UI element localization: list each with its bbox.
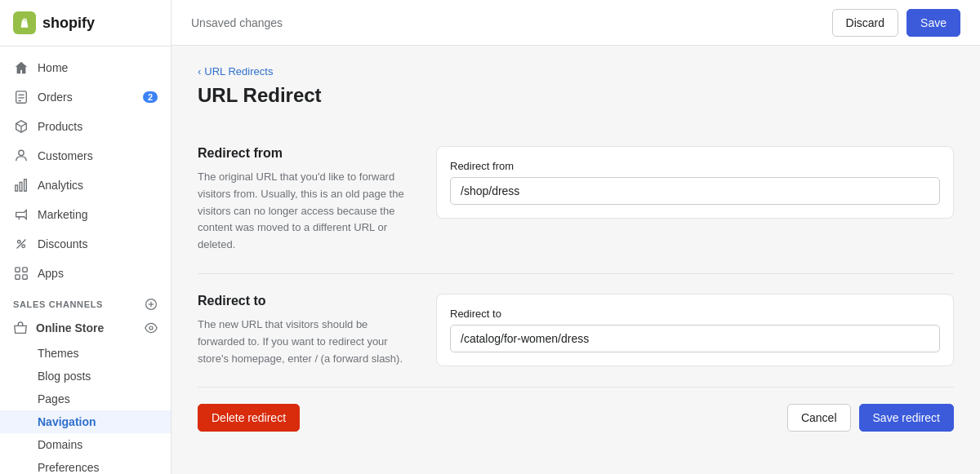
shopify-logo-icon	[13, 11, 36, 34]
svg-point-22	[149, 326, 153, 330]
redirect-from-right: Redirect from	[436, 146, 954, 254]
sidebar-item-products[interactable]: Products	[0, 112, 171, 141]
sales-channels-section: SALES CHANNELS	[0, 288, 171, 314]
marketing-icon	[13, 206, 29, 223]
svg-rect-8	[16, 185, 18, 191]
svg-rect-16	[23, 268, 27, 272]
sidebar-subitem-themes[interactable]: Themes	[0, 342, 171, 365]
sidebar-subitem-preferences[interactable]: Preferences	[0, 456, 171, 474]
main-content: Unsaved changes Discard Save ‹ URL Redir…	[172, 0, 980, 474]
navigation-label: Navigation	[38, 415, 96, 428]
redirect-to-left: Redirect to The new URL that visitors sh…	[198, 294, 410, 367]
cancel-button[interactable]: Cancel	[787, 404, 851, 432]
breadcrumb-label: URL Redirects	[204, 65, 273, 78]
redirect-to-input[interactable]	[450, 325, 940, 352]
redirect-from-field-label: Redirect from	[450, 160, 940, 172]
redirect-from-section: Redirect from The original URL that you'…	[198, 126, 954, 274]
redirect-from-description: The original URL that you'd like to forw…	[198, 169, 410, 254]
sidebar-subitem-pages[interactable]: Pages	[0, 388, 171, 410]
svg-line-6	[21, 123, 26, 126]
footer-right-actions: Cancel Save redirect	[787, 404, 954, 432]
chevron-left-icon: ‹	[198, 65, 201, 78]
redirect-to-card: Redirect to	[436, 294, 954, 366]
discard-button[interactable]: Discard	[832, 9, 898, 37]
save-button[interactable]: Save	[906, 9, 960, 37]
svg-rect-15	[16, 268, 20, 272]
analytics-icon	[13, 177, 29, 193]
sidebar-item-orders[interactable]: Orders 2	[0, 82, 171, 112]
customers-icon	[13, 148, 29, 164]
sidebar-customers-label: Customers	[38, 149, 93, 162]
redirect-to-field-label: Redirect to	[450, 308, 940, 320]
apps-icon	[13, 265, 29, 281]
sidebar-logo[interactable]: shopify	[0, 0, 171, 47]
page-title: URL Redirect	[198, 84, 954, 107]
redirect-to-title: Redirect to	[198, 294, 410, 308]
save-redirect-button[interactable]: Save redirect	[859, 404, 954, 432]
sidebar-item-marketing[interactable]: Marketing	[0, 200, 171, 229]
unsaved-changes-text: Unsaved changes	[191, 16, 283, 29]
products-icon	[13, 118, 29, 135]
sidebar-item-analytics[interactable]: Analytics	[0, 171, 171, 200]
sidebar-item-discounts[interactable]: Discounts	[0, 229, 171, 259]
shopify-brand-text: shopify	[42, 15, 95, 32]
top-bar: Unsaved changes Discard Save	[172, 0, 980, 46]
eye-icon[interactable]	[145, 321, 158, 334]
sidebar-orders-label: Orders	[38, 91, 73, 104]
sidebar-subitem-blog-posts[interactable]: Blog posts	[0, 365, 171, 388]
sidebar-apps-label: Apps	[38, 267, 64, 280]
sales-channels-label: SALES CHANNELS	[13, 299, 103, 309]
page-body: ‹ URL Redirects URL Redirect Redirect fr…	[172, 46, 980, 474]
sidebar-subitem-navigation[interactable]: Navigation	[0, 410, 171, 433]
preferences-label: Preferences	[38, 461, 99, 474]
redirect-from-left: Redirect from The original URL that you'…	[198, 146, 410, 254]
redirect-from-title: Redirect from	[198, 146, 410, 161]
add-channel-icon[interactable]	[145, 298, 158, 311]
svg-point-7	[19, 150, 24, 155]
sidebar-item-home[interactable]: Home	[0, 53, 171, 82]
discounts-icon	[13, 236, 29, 252]
domains-label: Domains	[38, 438, 82, 451]
sidebar-home-label: Home	[38, 61, 68, 74]
sidebar: shopify Home Orders 2 Products	[0, 0, 172, 474]
orders-icon	[13, 89, 29, 105]
pages-label: Pages	[38, 392, 70, 405]
sidebar-marketing-label: Marketing	[38, 208, 87, 221]
sidebar-analytics-label: Analytics	[38, 179, 83, 192]
svg-line-5	[16, 123, 21, 126]
redirect-to-description: The new URL that visitors should be forw…	[198, 317, 410, 367]
svg-rect-17	[16, 275, 20, 279]
sidebar-products-label: Products	[38, 120, 82, 133]
sidebar-item-apps[interactable]: Apps	[0, 259, 171, 288]
svg-rect-10	[24, 179, 27, 191]
redirect-to-section: Redirect to The new URL that visitors sh…	[198, 274, 954, 388]
sidebar-discounts-label: Discounts	[38, 237, 87, 250]
blog-posts-label: Blog posts	[38, 370, 91, 383]
svg-point-12	[18, 241, 21, 244]
redirect-from-input[interactable]	[450, 177, 940, 205]
svg-rect-18	[23, 275, 27, 279]
svg-rect-9	[20, 182, 22, 191]
breadcrumb[interactable]: ‹ URL Redirects	[198, 65, 954, 78]
orders-badge: 2	[143, 91, 158, 103]
sidebar-navigation: Home Orders 2 Products Customers	[0, 47, 171, 474]
svg-point-13	[22, 245, 25, 248]
delete-redirect-button[interactable]: Delete redirect	[198, 404, 300, 432]
sidebar-item-customers[interactable]: Customers	[0, 141, 171, 171]
sidebar-item-online-store[interactable]: Online Store	[0, 314, 171, 342]
top-bar-actions: Discard Save	[832, 9, 960, 37]
themes-label: Themes	[38, 347, 79, 360]
redirect-from-card: Redirect from	[436, 146, 954, 219]
home-icon	[13, 60, 29, 76]
sidebar-subitem-domains[interactable]: Domains	[0, 433, 171, 456]
online-store-label: Online Store	[36, 321, 104, 334]
footer-actions: Delete redirect Cancel Save redirect	[198, 388, 954, 438]
online-store-icon	[13, 321, 28, 335]
redirect-to-right: Redirect to	[436, 294, 954, 367]
